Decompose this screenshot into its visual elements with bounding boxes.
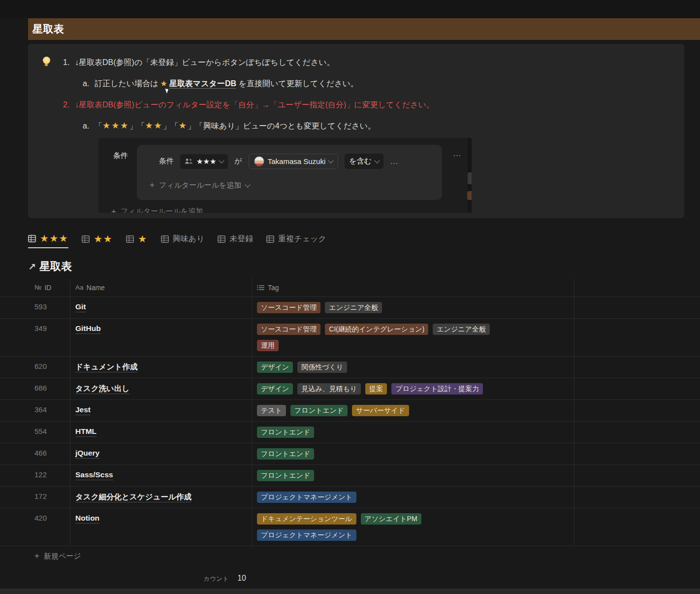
column-header-id[interactable]: № ID xyxy=(0,278,70,297)
name-cell[interactable]: タスク洗い出し xyxy=(70,378,252,399)
more-icon: … xyxy=(390,157,399,166)
id-cell[interactable]: 122 xyxy=(0,465,70,486)
name-cell[interactable]: ドキュメント作成 xyxy=(70,357,252,378)
table-row: 172 タスク細分化とスケジュール作成 プロジェクトマネージメント xyxy=(0,487,700,508)
linked-db-arrow-icon: ↗ xyxy=(28,261,36,272)
filter-outer-label: 条件 xyxy=(113,151,128,161)
extra-cell[interactable] xyxy=(574,487,700,508)
filter-property-label: ★★★ xyxy=(196,157,216,166)
view-tab[interactable]: 興味あり xyxy=(161,230,205,248)
count-footer[interactable]: カウント 10 xyxy=(28,574,246,583)
extra-cell[interactable] xyxy=(574,422,700,443)
tag-chip: エンジニア全般 xyxy=(433,324,490,335)
view-tab[interactable]: ★ xyxy=(126,230,147,248)
callout-block: 1.↓星取表DB(参照)の「未登録」ビューからボタンぽちぽちしてください。a.訂… xyxy=(28,44,684,218)
tag-cell[interactable]: ドキュメンテーションツールアソシエイトPMプロジェクトマネージメント xyxy=(252,508,574,546)
tag-chip: CI(継続的インテグレーション) xyxy=(325,324,428,335)
table-row: 466 jQuery フロントエンド xyxy=(0,443,700,465)
tag-cell[interactable]: テストフロントエンドサーバーサイド xyxy=(252,400,574,421)
new-page-button[interactable]: + 新規ページ xyxy=(0,546,700,566)
tag-cell[interactable]: デザイン見込み、見積もり提案プロジェクト設計・提案力 xyxy=(252,378,574,399)
text-run: 」「 xyxy=(129,122,145,130)
tag-line: 運用 xyxy=(257,340,569,351)
extra-cell[interactable] xyxy=(574,357,700,378)
extra-cell[interactable] xyxy=(574,297,700,318)
page-title-link: Sass/Scss xyxy=(75,470,113,480)
table-row: 364 Jest テストフロントエンドサーバーサイド xyxy=(0,400,700,422)
tag-cell[interactable]: ソースコード管理CI(継続的インテグレーション)エンジニア全般運用 xyxy=(252,319,574,356)
plus-icon: + xyxy=(111,207,116,213)
name-cell[interactable]: Sass/Scss xyxy=(70,465,252,486)
tag-chip: 関係性づくり xyxy=(297,362,347,373)
extra-cell[interactable] xyxy=(574,400,700,421)
filter-property-chip: ★★★ xyxy=(180,154,228,169)
tag-line: ソースコード管理CI(継続的インテグレーション)エンジニア全般 xyxy=(257,324,569,335)
page-title-link: タスク洗い出し xyxy=(75,384,129,394)
page-mention-link[interactable]: 星取表マスターDB xyxy=(169,79,236,89)
id-cell[interactable]: 686 xyxy=(0,378,70,399)
count-label: カウント xyxy=(204,575,229,582)
name-cell[interactable]: Git xyxy=(70,297,252,318)
embedded-screenshot[interactable]: 条件 条件 ★★★ xyxy=(98,138,472,213)
tag-chip: フロントエンド xyxy=(257,448,314,460)
name-cell[interactable]: HTML xyxy=(70,422,252,443)
id-cell[interactable]: 420 xyxy=(0,508,70,546)
tag-chip: エンジニア全般 xyxy=(325,302,382,313)
extra-cell[interactable] xyxy=(574,443,700,464)
name-cell[interactable]: タスク細分化とスケジュール作成 xyxy=(70,487,252,508)
tag-cell[interactable]: フロントエンド xyxy=(252,465,574,486)
extra-cell[interactable] xyxy=(574,378,700,399)
column-header-tag[interactable]: Tag xyxy=(252,278,574,297)
id-cell[interactable]: 349 xyxy=(0,319,70,356)
tag-cell[interactable]: ソースコード管理エンジニア全般 xyxy=(252,297,574,318)
name-cell[interactable]: GitHub xyxy=(70,319,252,356)
tag-cell[interactable]: フロントエンド xyxy=(252,422,574,443)
number-icon: № xyxy=(34,284,41,291)
view-tab[interactable]: ★★★ xyxy=(28,230,68,248)
column-header-name[interactable]: Aa Name xyxy=(70,278,252,297)
tag-chip: プロジェクト設計・提案力 xyxy=(391,383,483,395)
table-header: № ID Aa Name Tag xyxy=(0,278,700,297)
tag-chip: デザイン xyxy=(257,383,293,395)
tag-chip: ソースコード管理 xyxy=(257,324,320,335)
extra-cell[interactable] xyxy=(574,319,700,356)
tag-cell[interactable]: プロジェクトマネージメント xyxy=(252,487,574,508)
filter-person-name: Takamasa Suzuki xyxy=(268,157,326,165)
plus-icon: + xyxy=(34,551,39,561)
tag-chip: プロジェクトマネージメント xyxy=(257,492,356,503)
view-tabs: ★★★ ★★ ★ xyxy=(28,228,326,250)
cropped-edge-item xyxy=(467,191,472,200)
id-cell[interactable]: 593 xyxy=(0,297,70,318)
text-run: ★★ xyxy=(145,121,162,131)
id-cell[interactable]: 620 xyxy=(0,357,70,378)
view-tab[interactable]: 未登録 xyxy=(218,230,253,248)
tag-cell[interactable]: フロントエンド xyxy=(252,443,574,464)
database-title[interactable]: 星取表 xyxy=(39,259,72,274)
list-marker: a. xyxy=(83,115,95,136)
callout-list-item: 2.↓星取表DB(参照)ビューのフィルター設定を「自分」→「ユーザー指定(自分)… xyxy=(28,94,676,115)
name-cell[interactable]: jQuery xyxy=(70,443,252,464)
name-cell[interactable]: Notion xyxy=(70,508,252,546)
callout-list: 1.↓星取表DB(参照)の「未登録」ビューからボタンぽちぽちしてください。a.訂… xyxy=(28,52,676,136)
tag-chip: デザイン xyxy=(257,362,293,373)
tag-chip: テスト xyxy=(257,405,286,416)
id-cell[interactable]: 554 xyxy=(0,422,70,443)
view-tab[interactable]: 重複チェック xyxy=(266,230,326,248)
page-title-link: Notion xyxy=(75,514,99,524)
tag-cell[interactable]: デザイン関係性づくり xyxy=(252,357,574,378)
bottom-scrollbar-area[interactable] xyxy=(0,589,700,594)
id-cell[interactable]: 172 xyxy=(0,487,70,508)
extra-cell[interactable] xyxy=(574,465,700,486)
page-title-link: ドキュメント作成 xyxy=(75,363,137,372)
view-tab-label: 重複チェック xyxy=(278,234,326,244)
text-run: 訂正したい場合は xyxy=(95,79,159,88)
filter-operator-label: を含む xyxy=(349,157,372,166)
extra-cell[interactable] xyxy=(574,508,700,546)
id-cell[interactable]: 364 xyxy=(0,400,70,421)
name-cell[interactable]: Jest xyxy=(70,400,252,421)
table-view-icon xyxy=(218,235,225,243)
list-marker: a. xyxy=(83,73,95,94)
id-cell[interactable]: 466 xyxy=(0,443,70,464)
table-view-icon xyxy=(82,235,90,243)
view-tab[interactable]: ★★ xyxy=(82,230,113,248)
